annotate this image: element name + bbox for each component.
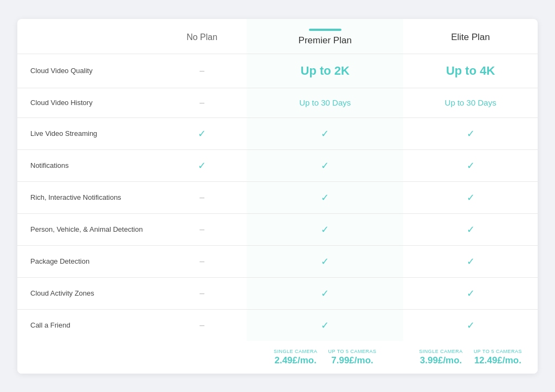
premier-cell: ✓ bbox=[247, 181, 403, 213]
feature-cell: Cloud Activity Zones bbox=[17, 277, 157, 309]
check-icon: ✓ bbox=[321, 256, 329, 267]
pricing-footer-row: SINGLE CAMERA 2.49£/mo. UP TO 5 CAMERAS … bbox=[17, 341, 538, 374]
premier-single-price: 2.49£/mo. bbox=[274, 355, 317, 365]
premier-multi-price-item: UP TO 5 CAMERAS 7.99£/mo. bbox=[328, 349, 376, 366]
pricing-table-container: No Plan Premier Plan Elite Plan Cloud Vi… bbox=[17, 19, 538, 374]
elite-single-label: SINGLE CAMERA bbox=[419, 349, 463, 354]
check-icon: ✓ bbox=[467, 160, 475, 172]
premier-plan-header: Premier Plan bbox=[247, 19, 403, 54]
premier-price-group: SINGLE CAMERA 2.49£/mo. UP TO 5 CAMERAS … bbox=[252, 349, 398, 366]
elite-value: Up to 30 Days bbox=[445, 98, 496, 107]
footer-elite-cell: SINGLE CAMERA 3.99£/mo. UP TO 5 CAMERAS … bbox=[403, 341, 538, 374]
elite-cell: Up to 30 Days bbox=[403, 88, 538, 117]
check-icon: ✓ bbox=[198, 128, 206, 140]
feature-cell: Package Detection bbox=[17, 245, 157, 277]
premier-multi-label: UP TO 5 CAMERAS bbox=[328, 349, 376, 354]
no-plan-cell: – bbox=[157, 245, 247, 277]
premier-value: Up to 30 Days bbox=[299, 98, 351, 107]
elite-cell: ✓ bbox=[403, 149, 538, 181]
elite-multi-label: UP TO 5 CAMERAS bbox=[474, 349, 522, 354]
check-icon: ✓ bbox=[467, 256, 475, 267]
elite-single-price: 3.99£/mo. bbox=[420, 355, 462, 365]
elite-multi-price-item: UP TO 5 CAMERAS 12.49£/mo. bbox=[474, 349, 522, 366]
dash-icon: – bbox=[199, 225, 204, 234]
premier-single-label: SINGLE CAMERA bbox=[274, 349, 318, 354]
table-row: Rich, Interactive Notifications–✓✓ bbox=[17, 181, 538, 213]
no-plan-label: No Plan bbox=[186, 32, 217, 42]
feature-cell: Person, Vehicle, & Animal Detection bbox=[17, 213, 157, 245]
premier-cell: ✓ bbox=[247, 213, 403, 245]
premier-cell: ✓ bbox=[247, 117, 403, 149]
check-icon: ✓ bbox=[198, 160, 206, 172]
no-plan-cell: – bbox=[157, 309, 247, 341]
elite-plan-header: Elite Plan bbox=[403, 19, 538, 54]
premier-plan-label: Premier Plan bbox=[299, 35, 352, 45]
feature-cell: Cloud Video Quality bbox=[17, 54, 157, 88]
premier-value: Up to 2K bbox=[301, 64, 350, 77]
check-icon: ✓ bbox=[467, 128, 475, 140]
elite-cell: ✓ bbox=[403, 117, 538, 149]
elite-cell: ✓ bbox=[403, 309, 538, 341]
table-row: Call a Friend–✓✓ bbox=[17, 309, 538, 341]
premier-cell: Up to 2K bbox=[247, 54, 403, 88]
feature-column-header bbox=[17, 19, 157, 54]
footer-feature-cell bbox=[17, 341, 157, 374]
feature-cell: Rich, Interactive Notifications bbox=[17, 181, 157, 213]
elite-single-price-item: SINGLE CAMERA 3.99£/mo. bbox=[419, 349, 463, 366]
table-row: Live Video Streaming✓✓✓ bbox=[17, 117, 538, 149]
table-row: Cloud Video Quality–Up to 2KUp to 4K bbox=[17, 54, 538, 88]
check-icon: ✓ bbox=[321, 288, 329, 299]
check-icon: ✓ bbox=[321, 319, 329, 331]
footer-no-plan-cell bbox=[157, 341, 247, 374]
feature-cell: Cloud Video History bbox=[17, 88, 157, 117]
elite-value: Up to 4K bbox=[446, 64, 495, 77]
premier-multi-price: 7.99£/mo. bbox=[331, 355, 373, 365]
check-icon: ✓ bbox=[321, 160, 329, 172]
elite-cell: ✓ bbox=[403, 277, 538, 309]
no-plan-cell: – bbox=[157, 213, 247, 245]
elite-cell: ✓ bbox=[403, 245, 538, 277]
check-icon: ✓ bbox=[467, 319, 475, 331]
check-icon: ✓ bbox=[321, 192, 329, 204]
premier-cell: ✓ bbox=[247, 309, 403, 341]
elite-price-group: SINGLE CAMERA 3.99£/mo. UP TO 5 CAMERAS … bbox=[409, 349, 532, 366]
check-icon: ✓ bbox=[467, 224, 475, 236]
elite-plan-label: Elite Plan bbox=[451, 32, 490, 42]
dash-icon: – bbox=[199, 321, 204, 330]
table-row: Cloud Video History–Up to 30 DaysUp to 3… bbox=[17, 88, 538, 117]
no-plan-cell: ✓ bbox=[157, 117, 247, 149]
check-icon: ✓ bbox=[467, 288, 475, 299]
no-plan-cell: – bbox=[157, 88, 247, 117]
no-plan-header: No Plan bbox=[157, 19, 247, 54]
table-row: Person, Vehicle, & Animal Detection–✓✓ bbox=[17, 213, 538, 245]
table-row: Notifications✓✓✓ bbox=[17, 149, 538, 181]
elite-cell: ✓ bbox=[403, 213, 538, 245]
dash-icon: – bbox=[199, 193, 204, 202]
dash-icon: – bbox=[199, 66, 204, 75]
premier-indicator bbox=[309, 29, 341, 31]
table-row: Package Detection–✓✓ bbox=[17, 245, 538, 277]
premier-cell: ✓ bbox=[247, 149, 403, 181]
elite-cell: ✓ bbox=[403, 181, 538, 213]
premier-single-price-item: SINGLE CAMERA 2.49£/mo. bbox=[274, 349, 318, 366]
check-icon: ✓ bbox=[321, 128, 329, 140]
premier-cell: Up to 30 Days bbox=[247, 88, 403, 117]
dash-icon: – bbox=[199, 289, 204, 298]
feature-cell: Notifications bbox=[17, 149, 157, 181]
table-row: Cloud Activity Zones–✓✓ bbox=[17, 277, 538, 309]
no-plan-cell: ✓ bbox=[157, 149, 247, 181]
check-icon: ✓ bbox=[467, 192, 475, 204]
footer-premier-cell: SINGLE CAMERA 2.49£/mo. UP TO 5 CAMERAS … bbox=[247, 341, 403, 374]
dash-icon: – bbox=[199, 98, 204, 107]
no-plan-cell: – bbox=[157, 277, 247, 309]
feature-cell: Call a Friend bbox=[17, 309, 157, 341]
elite-cell: Up to 4K bbox=[403, 54, 538, 88]
no-plan-cell: – bbox=[157, 54, 247, 88]
pricing-table: No Plan Premier Plan Elite Plan Cloud Vi… bbox=[17, 19, 538, 374]
dash-icon: – bbox=[199, 257, 204, 266]
no-plan-cell: – bbox=[157, 181, 247, 213]
check-icon: ✓ bbox=[321, 224, 329, 236]
elite-multi-price: 12.49£/mo. bbox=[474, 355, 521, 365]
feature-cell: Live Video Streaming bbox=[17, 117, 157, 149]
premier-cell: ✓ bbox=[247, 277, 403, 309]
